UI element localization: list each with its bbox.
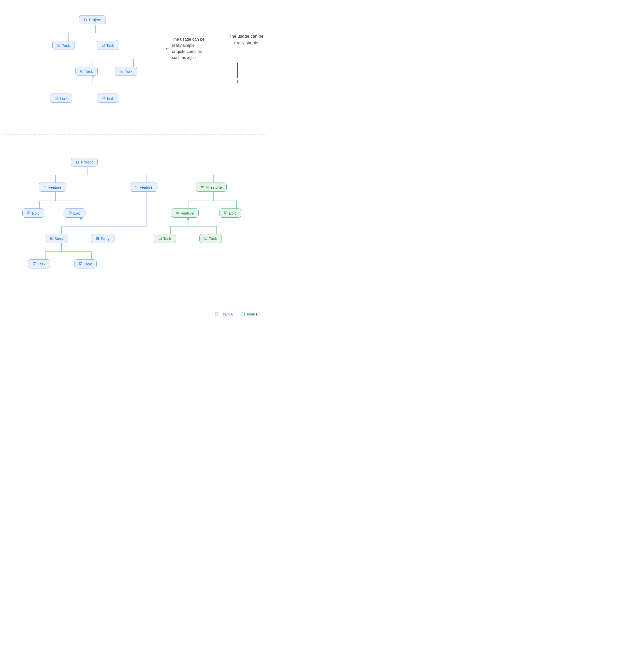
task-icon-8: ☑ xyxy=(204,236,207,241)
task-label-6: Task xyxy=(106,96,114,100)
project-label-1: Project xyxy=(89,18,101,22)
legend-box-green xyxy=(241,312,245,316)
arrow-down-line xyxy=(237,63,238,78)
feature-icon-3: ⊕ xyxy=(176,211,179,215)
task-label-8: Task xyxy=(209,236,217,241)
task-icon-4: ☑ xyxy=(120,69,123,73)
story-label-1: Story xyxy=(54,236,63,241)
feature-node-1: ⊕ Feature xyxy=(39,183,66,192)
task-label-4: Task xyxy=(125,69,133,73)
svg-point-24 xyxy=(80,219,82,220)
story-node-1: ⊟ Story xyxy=(45,234,68,243)
svg-point-40 xyxy=(187,219,189,220)
left-arrow-icon: ← xyxy=(165,45,171,52)
project-label-2: Project xyxy=(81,160,93,164)
project-icon-2: 🗋 xyxy=(75,160,79,164)
annotation-text: The usage can be really simple xyxy=(229,33,264,48)
epic-node-3: ☑ Epic xyxy=(219,208,241,218)
legend: Team A Team B xyxy=(215,312,259,316)
task-icon-1: ☑ xyxy=(57,43,61,48)
task-label-2: Task xyxy=(106,43,114,48)
task-label-7: Task xyxy=(163,236,171,241)
task-label-1: Task xyxy=(62,43,70,48)
task-icon-7: ☑ xyxy=(158,236,162,241)
task-node-1: ☑ Task xyxy=(52,41,75,50)
svg-point-31 xyxy=(61,244,62,245)
legend-box-blue xyxy=(215,312,219,316)
task-label-5: Task xyxy=(60,96,67,100)
task-icon-9: ☑ xyxy=(33,261,36,266)
task-node-5: ☑ Task xyxy=(50,94,72,103)
down-arrow-icon: ↓ xyxy=(236,78,239,85)
story-icon-1: ⊟ xyxy=(50,236,53,241)
annotation-line2: really simple xyxy=(229,40,264,46)
legend-label-team-b: Team B xyxy=(246,312,259,316)
epic-icon-3: ☑ xyxy=(224,211,227,215)
epic-label-2: Epic xyxy=(73,211,81,215)
story-icon-2: ⊟ xyxy=(96,236,99,241)
task-node-4: ☑ Task xyxy=(115,67,137,76)
task-node-3: ☑ Task xyxy=(75,67,98,76)
task-node-7: ☑ Task xyxy=(154,234,176,243)
epic-icon-1: ☑ xyxy=(27,211,30,215)
annotation-line1: The usage can be xyxy=(229,33,264,40)
task-label-9: Task xyxy=(38,262,46,266)
legend-team-b: Team B xyxy=(241,312,259,316)
story-node-2: ⊟ Story xyxy=(91,234,114,243)
arrow-left-indicator: ← The usage can be really simpleor quite… xyxy=(165,36,213,61)
task-label-3: Task xyxy=(85,69,93,73)
task-icon-3: ☑ xyxy=(80,69,84,73)
feature-node-3: ⊕ Feature xyxy=(171,208,199,218)
task-label-10: Task xyxy=(84,262,92,266)
epic-node-2: ☑ Epic xyxy=(64,208,86,218)
project-node-2: 🗋 Project xyxy=(71,158,98,166)
feature-label-1: Feature xyxy=(48,185,62,189)
feature-icon-1: ⊕ xyxy=(44,185,47,189)
feature-node-2: ⊕ Feature xyxy=(130,183,157,192)
milestone-icon: ⚑ xyxy=(201,185,204,189)
milestone-label: Milestone xyxy=(205,185,222,189)
task-node-10: ☑ Task xyxy=(74,259,97,269)
legend-label-team-a: Team A xyxy=(221,312,233,316)
task-node-6: ☑ Task xyxy=(97,94,119,103)
epic-icon-2: ☑ xyxy=(68,211,72,215)
feature-label-3: Feature xyxy=(181,211,194,215)
task-icon-2: ☑ xyxy=(102,43,105,48)
story-label-2: Story xyxy=(101,236,110,241)
milestone-node-1: ⚑ Milestone xyxy=(196,183,227,192)
svg-point-9 xyxy=(92,76,94,78)
epic-node-1: ☑ Epic xyxy=(22,208,44,218)
epic-label-1: Epic xyxy=(32,211,39,215)
feature-icon-2: ⊕ xyxy=(135,185,138,189)
task-icon-10: ☑ xyxy=(79,261,83,266)
feature-label-2: Feature xyxy=(139,185,153,189)
task-node-8: ☑ Task xyxy=(199,234,222,243)
legend-team-a: Team A xyxy=(215,312,233,316)
project-icon-1: 🗋 xyxy=(84,18,88,22)
task-node-2: ☑ Task xyxy=(97,41,119,50)
arrow-down-indicator: ↓ xyxy=(236,63,239,85)
epic-label-3: Epic xyxy=(229,211,236,215)
task-node-9: ☑ Task xyxy=(28,259,50,269)
task-icon-5: ☑ xyxy=(55,96,58,100)
project-node-1: 🗋 Project xyxy=(79,15,106,24)
task-icon-6: ☑ xyxy=(102,96,105,100)
